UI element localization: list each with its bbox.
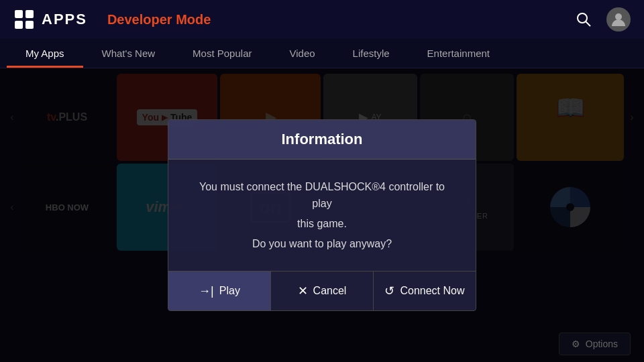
avatar-icon (610, 11, 627, 27)
svg-line-5 (586, 21, 590, 26)
modal-overlay: Information You must connect the DUALSHO… (0, 68, 644, 362)
modal-body: You must connect the DUALSHOCK®4 control… (168, 160, 476, 271)
svg-rect-3 (25, 21, 34, 29)
main-content: ‹ tv.PLUS You ▶ Tube ▶ ▶ AY (0, 68, 644, 362)
search-icon (576, 11, 592, 27)
header-icons (572, 7, 631, 32)
tab-video[interactable]: Video (270, 39, 333, 68)
modal-title: Information (168, 120, 476, 160)
information-modal: Information You must connect the DUALSHO… (168, 119, 476, 311)
svg-rect-0 (15, 10, 23, 18)
app-header: APPS Developer Mode (0, 0, 644, 39)
connect-now-button[interactable]: ↺ Connect Now (374, 272, 476, 310)
user-avatar[interactable] (606, 7, 631, 32)
modal-message-3: Do you want to play anyway? (189, 235, 455, 253)
tab-entertainment[interactable]: Entertainment (409, 39, 508, 68)
tab-lifestyle[interactable]: Lifestyle (334, 39, 409, 68)
play-button[interactable]: →| Play (168, 272, 271, 310)
modal-message-2: this game. (189, 215, 455, 233)
modal-message-1: You must connect the DUALSHOCK®4 control… (189, 178, 455, 213)
dev-mode-label: Developer Mode (107, 12, 572, 27)
tab-my-apps[interactable]: My Apps (7, 39, 83, 68)
svg-point-4 (578, 13, 587, 23)
tab-whats-new[interactable]: What's New (83, 39, 174, 68)
search-button[interactable] (572, 7, 596, 32)
logo-area: APPS (13, 9, 87, 30)
svg-point-6 (615, 13, 622, 20)
cancel-button[interactable]: ✕ Cancel (271, 272, 374, 310)
svg-rect-2 (15, 21, 23, 29)
nav-tabs: My Apps What's New Most Popular Video Li… (0, 39, 644, 68)
tab-most-popular[interactable]: Most Popular (174, 39, 270, 68)
modal-actions: →| Play ✕ Cancel ↺ Connect Now (168, 271, 476, 310)
play-icon: →| (199, 284, 214, 298)
connect-icon: ↺ (384, 284, 394, 298)
apps-icon (13, 9, 35, 30)
apps-label: APPS (42, 11, 87, 28)
cancel-icon: ✕ (298, 284, 308, 298)
svg-rect-1 (25, 10, 34, 18)
